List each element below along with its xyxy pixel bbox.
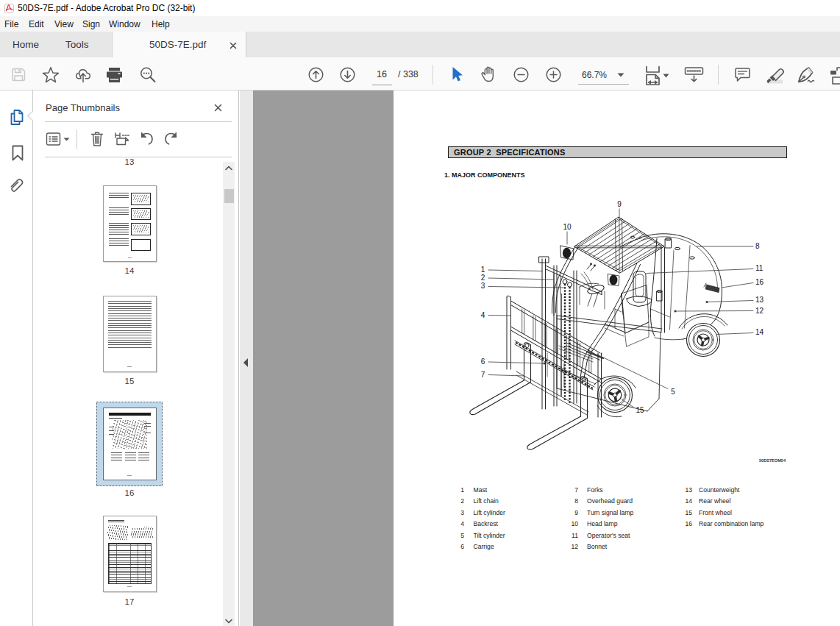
svg-text:16: 16 (755, 278, 764, 286)
svg-text:9: 9 (617, 200, 622, 208)
svg-text:11: 11 (755, 264, 764, 272)
svg-text:8: 8 (755, 242, 760, 250)
svg-text:5: 5 (671, 388, 675, 396)
svg-text:50DS7EOM54: 50DS7EOM54 (759, 458, 786, 463)
svg-text:4: 4 (481, 311, 485, 319)
svg-text:15: 15 (636, 406, 644, 414)
svg-text:3: 3 (481, 282, 485, 290)
svg-text:6: 6 (481, 358, 485, 366)
svg-text:14: 14 (755, 328, 764, 336)
svg-text:7: 7 (481, 371, 485, 379)
svg-text:10: 10 (563, 223, 572, 231)
svg-text:1: 1 (481, 266, 485, 274)
svg-text:2: 2 (481, 274, 485, 282)
svg-text:13: 13 (755, 296, 764, 304)
svg-text:12: 12 (755, 307, 764, 315)
